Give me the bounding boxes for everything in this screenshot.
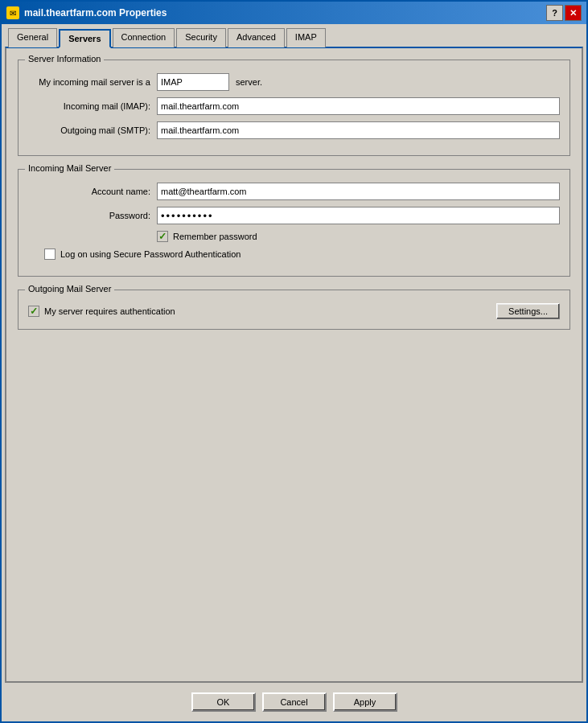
incoming-mail-input[interactable]	[157, 97, 560, 115]
window-icon: ✉	[6, 6, 19, 19]
server-info-title: Server Information	[25, 54, 104, 64]
auth-check-icon: ✓	[30, 306, 38, 317]
cancel-button[interactable]: Cancel	[262, 692, 327, 712]
tab-general[interactable]: General	[8, 28, 57, 47]
tab-imap[interactable]: IMAP	[286, 28, 326, 47]
tab-connection[interactable]: Connection	[113, 28, 175, 47]
title-buttons: ? ✕	[546, 5, 582, 21]
server-info-section: Server Information My incoming mail serv…	[18, 60, 570, 156]
auth-label: My server requires authentication	[44, 306, 175, 316]
outgoing-mail-row: Outgoing mail (SMTP):	[28, 121, 560, 139]
incoming-mail-label: Incoming mail (IMAP):	[28, 101, 157, 111]
auth-row: ✓ My server requires authentication Sett…	[28, 303, 560, 319]
check-icon: ✓	[158, 231, 167, 242]
tab-advanced[interactable]: Advanced	[228, 28, 285, 47]
title-bar-left: ✉ mail.theartfarm.com Properties	[6, 6, 167, 19]
close-button[interactable]: ✕	[565, 5, 582, 21]
password-input[interactable]	[157, 207, 560, 224]
title-bar: ✉ mail.theartfarm.com Properties ? ✕	[2, 2, 586, 24]
auth-checkbox[interactable]: ✓	[28, 306, 39, 317]
spa-label: Log on using Secure Password Authenticat…	[60, 249, 241, 259]
outgoing-mail-title: Outgoing Mail Server	[25, 284, 114, 294]
settings-button[interactable]: Settings...	[496, 303, 560, 319]
outgoing-mail-input[interactable]	[157, 121, 560, 139]
apply-button[interactable]: Apply	[333, 692, 397, 712]
auth-left: ✓ My server requires authentication	[28, 306, 175, 317]
spa-checkbox[interactable]	[44, 249, 56, 260]
remember-password-row: ✓ Remember password	[28, 231, 560, 242]
tab-bar: General Servers Connection Security Adva…	[2, 24, 586, 47]
help-button[interactable]: ?	[546, 5, 563, 21]
tab-content: Server Information My incoming mail serv…	[5, 47, 583, 683]
incoming-type-suffix: server.	[236, 77, 262, 87]
tab-servers[interactable]: Servers	[59, 29, 110, 48]
incoming-type-prefix: My incoming mail server is a	[28, 77, 157, 87]
window-title: mail.theartfarm.com Properties	[24, 7, 167, 18]
account-input[interactable]	[157, 183, 560, 200]
account-label: Account name:	[28, 187, 157, 196]
incoming-mail-title: Incoming Mail Server	[25, 163, 114, 173]
ok-button[interactable]: OK	[191, 692, 256, 712]
server-type-row: My incoming mail server is a server.	[28, 73, 560, 91]
account-name-row: Account name:	[28, 183, 560, 200]
tab-security[interactable]: Security	[176, 28, 226, 47]
bottom-bar: OK Cancel Apply	[2, 686, 586, 721]
outgoing-mail-section: Outgoing Mail Server ✓ My server require…	[18, 290, 570, 330]
spa-row: Log on using Secure Password Authenticat…	[28, 249, 560, 260]
remember-password-checkbox[interactable]: ✓	[157, 231, 168, 242]
incoming-mail-section: Incoming Mail Server Account name: Passw…	[18, 169, 570, 277]
incoming-type-input[interactable]	[157, 73, 229, 91]
outgoing-mail-label: Outgoing mail (SMTP):	[28, 125, 157, 135]
remember-password-label: Remember password	[173, 232, 257, 241]
password-row: Password:	[28, 207, 560, 224]
password-label: Password:	[28, 211, 157, 220]
properties-window: ✉ mail.theartfarm.com Properties ? ✕ Gen…	[0, 0, 588, 723]
incoming-mail-row: Incoming mail (IMAP):	[28, 97, 560, 115]
